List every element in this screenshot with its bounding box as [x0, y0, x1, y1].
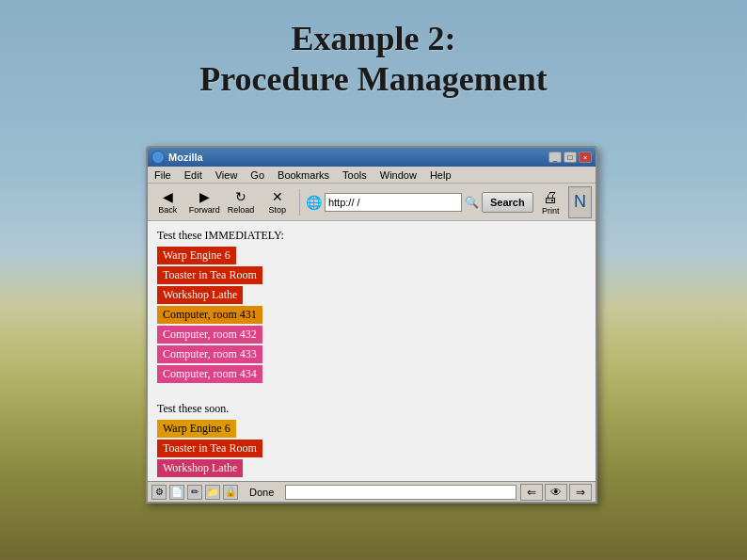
status-bar: ⚙ 📄 ✏ 📁 🔒 Done ⇐ 👁 ⇒ [148, 481, 596, 502]
stop-button[interactable]: ✕ Stop [261, 186, 294, 218]
status-icon-1: ⚙ [151, 485, 167, 500]
menu-file[interactable]: File [151, 169, 174, 181]
list-item[interactable]: Toaster in Tea Room [157, 440, 262, 457]
status-progress-bar [285, 485, 517, 500]
print-icon: 🖨 [543, 189, 558, 206]
section-gap [157, 391, 586, 402]
status-icon-3: ✏ [187, 485, 202, 500]
nav-left-button[interactable]: ⇐ [520, 484, 543, 501]
nav-right-button[interactable]: ⇒ [569, 484, 592, 501]
list-item[interactable]: Warp Engine 6 [157, 420, 236, 438]
title-line2: Procedure Management [199, 60, 548, 98]
status-text: Done [242, 487, 281, 498]
list-item[interactable]: Computer, room 434 [157, 365, 262, 383]
close-button[interactable]: × [579, 152, 592, 163]
earth-icon: 🌐 [306, 195, 322, 210]
print-button[interactable]: 🖨 Print [537, 189, 564, 216]
toolbar-separator [299, 189, 300, 216]
back-button[interactable]: ◀ Back [151, 186, 184, 218]
menu-edit[interactable]: Edit [182, 169, 205, 181]
reload-icon: ↻ [235, 189, 246, 204]
status-icon-5: 🔒 [223, 485, 238, 500]
immediately-items: Warp Engine 6 Toaster in Tea Room Worksh… [157, 247, 586, 383]
slide-title: Example 2: Procedure Management [0, 19, 747, 100]
content-area: Test these IMMEDIATELY: Warp Engine 6 To… [148, 221, 596, 481]
status-icon-4: 📁 [205, 485, 220, 500]
browser-window: Mozilla _ □ × File Edit View Go Bookmark… [146, 146, 597, 504]
menu-window[interactable]: Window [377, 169, 420, 181]
menu-bookmarks[interactable]: Bookmarks [275, 169, 332, 181]
menu-tools[interactable]: Tools [340, 169, 370, 181]
title-bar-controls: _ □ × [548, 152, 592, 163]
status-icons: ⚙ 📄 ✏ 📁 🔒 [151, 485, 238, 500]
list-item[interactable]: Workshop Lathe [157, 459, 243, 477]
nav-eye-button[interactable]: 👁 [545, 484, 567, 501]
soon-items: Warp Engine 6 Toaster in Tea Room Worksh… [157, 420, 586, 477]
menu-help[interactable]: Help [427, 169, 454, 181]
menu-view[interactable]: View [213, 169, 241, 181]
title-bar: Mozilla _ □ × [148, 148, 596, 167]
minimize-button[interactable]: _ [548, 152, 562, 163]
list-item[interactable]: Computer, room 431 [157, 306, 262, 324]
back-icon: ◀ [163, 189, 173, 204]
browser-icon [151, 151, 165, 164]
search-magnifier-icon: 🔍 [465, 196, 479, 209]
stop-label: Stop [269, 205, 287, 215]
title-bar-left: Mozilla [151, 151, 203, 164]
list-item[interactable]: Toaster in Tea Room [157, 266, 262, 284]
search-button[interactable]: Search [482, 192, 533, 213]
print-label: Print [542, 206, 560, 216]
forward-label: Forward [189, 205, 220, 215]
list-item[interactable]: Computer, room 433 [157, 345, 262, 363]
back-label: Back [158, 205, 177, 215]
list-item[interactable]: Warp Engine 6 [157, 247, 236, 264]
throbber: N [568, 186, 592, 218]
url-bar: 🌐 🔍 Search [306, 192, 533, 213]
menu-bar: File Edit View Go Bookmarks Tools Window… [148, 167, 596, 184]
maximize-button[interactable]: □ [564, 152, 577, 163]
section2-label: Test these soon. [157, 402, 586, 416]
reload-label: Reload [228, 205, 255, 215]
status-nav: ⇐ 👁 ⇒ [520, 484, 592, 501]
menu-go[interactable]: Go [247, 169, 267, 181]
title-line1: Example 2: [292, 20, 456, 57]
forward-icon: ▶ [199, 189, 210, 204]
toolbar: ◀ Back ▶ Forward ↻ Reload ✕ Stop 🌐 🔍 Sea… [148, 184, 596, 221]
stop-icon: ✕ [272, 189, 283, 204]
throbber-icon: N [574, 192, 586, 212]
section1-label: Test these IMMEDIATELY: [157, 229, 586, 243]
list-item[interactable]: Workshop Lathe [157, 286, 243, 304]
reload-button[interactable]: ↻ Reload [225, 186, 258, 218]
forward-button[interactable]: ▶ Forward [188, 186, 221, 218]
list-item[interactable]: Computer, room 432 [157, 326, 262, 344]
url-input[interactable] [325, 193, 462, 212]
status-icon-2: 📄 [169, 485, 184, 500]
browser-title: Mozilla [168, 152, 203, 163]
